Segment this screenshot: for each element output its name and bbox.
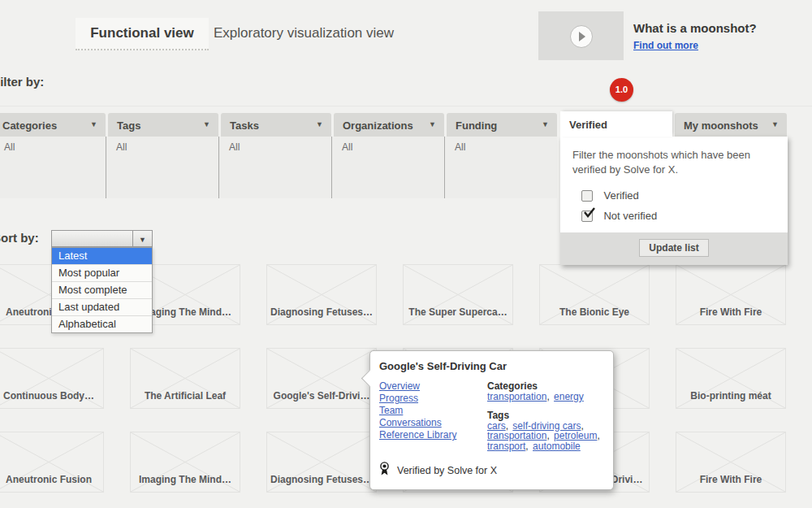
moonshot-card[interactable]: Diagnosing Fetuses… bbox=[266, 432, 377, 493]
chevron-down-icon: ▼ bbox=[542, 113, 549, 137]
card-title: Google's Self-Drivi… bbox=[267, 390, 376, 402]
tooltip-nav-links: Overview Progress Team Conversations Ref… bbox=[379, 380, 487, 451]
checkbox-label: Verified bbox=[603, 189, 638, 202]
chevron-down-icon: ▼ bbox=[316, 113, 323, 137]
filter-header-funding[interactable]: Funding ▼ bbox=[447, 113, 557, 137]
sort-by-label: Sort by: bbox=[0, 231, 39, 245]
moonshot-card[interactable]: Imaging The Mind… bbox=[130, 432, 240, 493]
sort-option-latest[interactable]: Latest bbox=[52, 248, 152, 264]
filter-header-label: Funding bbox=[447, 119, 497, 132]
checkbox-unchecked-icon[interactable] bbox=[581, 190, 593, 202]
moonshot-card[interactable]: Fire With Fire bbox=[676, 264, 786, 325]
sort-dropdown-list: Latest Most popular Most complete Last u… bbox=[51, 247, 153, 333]
chevron-down-icon: ▼ bbox=[203, 113, 210, 137]
tooltip-tags-heading: Tags bbox=[487, 410, 604, 421]
chevron-down-icon: ▼ bbox=[429, 113, 436, 137]
card-title: The Artificial Leaf bbox=[131, 390, 240, 402]
card-title: Diagnosing Fetuses… bbox=[267, 306, 376, 318]
filter-option-all-categories[interactable]: All bbox=[4, 141, 15, 153]
filter-option-all-tags[interactable]: All bbox=[116, 141, 127, 153]
separator: , bbox=[525, 441, 528, 452]
filter-option-all-funding[interactable]: All bbox=[455, 141, 465, 153]
filter-header-categories[interactable]: Categories ▼ bbox=[0, 113, 106, 137]
moonshot-tooltip: Google's Self-Driving Car Overview Progr… bbox=[369, 350, 614, 490]
play-icon[interactable] bbox=[570, 25, 593, 48]
filter-header-label: Tasks bbox=[221, 119, 259, 132]
tooltip-link-overview[interactable]: Overview bbox=[379, 380, 487, 393]
verified-panel-description: Filter the moonshots which have been ver… bbox=[560, 137, 788, 184]
moonshot-card[interactable]: Aneutronic Fusion bbox=[0, 432, 104, 493]
version-badge: 1.0 bbox=[610, 78, 633, 102]
card-title: Fire With Fire bbox=[676, 474, 785, 485]
card-title: Bio-printing méat bbox=[676, 390, 785, 402]
moonshot-card[interactable]: Fire With Fire bbox=[676, 432, 786, 493]
moonshot-card[interactable]: Bio-printing méat bbox=[676, 348, 786, 409]
card-title: Continuous Body… bbox=[0, 390, 103, 402]
update-list-button[interactable]: Update list bbox=[639, 239, 708, 257]
moonshot-card[interactable]: The Super Superca… bbox=[403, 264, 513, 325]
tag-link[interactable]: transport bbox=[487, 441, 525, 452]
moonshot-card[interactable]: Continuous Body… bbox=[0, 348, 104, 409]
separator: , bbox=[546, 391, 549, 402]
moonshot-card[interactable]: The Artificial Leaf bbox=[130, 348, 240, 409]
tooltip-link-reference-library[interactable]: Reference Library bbox=[379, 429, 487, 441]
award-ribbon-icon bbox=[379, 462, 390, 480]
separator: , bbox=[597, 430, 599, 441]
find-out-more-link[interactable]: Find out more bbox=[633, 40, 698, 51]
card-title: Aneutronic Fusion bbox=[0, 474, 103, 485]
column-divider bbox=[218, 137, 219, 198]
card-title: Diagnosing Fetuses… bbox=[267, 474, 376, 485]
moonshot-card[interactable]: Diagnosing Fetuses… bbox=[266, 264, 377, 325]
filter-header-tasks[interactable]: Tasks ▼ bbox=[221, 113, 331, 137]
sort-option-last-updated[interactable]: Last updated bbox=[52, 298, 152, 315]
column-divider bbox=[106, 137, 106, 198]
sort-option-most-popular[interactable]: Most popular bbox=[52, 264, 152, 281]
filter-header-label: Tags bbox=[108, 119, 140, 132]
tooltip-link-progress[interactable]: Progress bbox=[379, 393, 487, 405]
tooltip-link-conversations[interactable]: Conversations bbox=[379, 417, 487, 429]
filter-header-label: Categories bbox=[0, 119, 57, 132]
moonshot-promo-title: What is a moonshot? bbox=[633, 21, 757, 35]
sort-option-most-complete[interactable]: Most complete bbox=[52, 281, 152, 298]
filter-option-all-organizations[interactable]: All bbox=[342, 141, 352, 153]
tag-link[interactable]: automobile bbox=[533, 441, 581, 452]
category-link[interactable]: energy bbox=[554, 391, 584, 402]
filter-header-label: Organizations bbox=[334, 119, 413, 132]
filter-options-panel: All All All All All bbox=[0, 137, 557, 198]
sort-select-arrow-button[interactable]: ▼ bbox=[132, 231, 152, 246]
card-title: Imaging The Mind… bbox=[131, 474, 240, 485]
sort-option-alphabetical[interactable]: Alphabetical bbox=[52, 315, 152, 332]
card-title: Fire With Fire bbox=[676, 306, 785, 318]
tab-verified[interactable]: Verified bbox=[560, 111, 672, 137]
column-divider bbox=[331, 137, 332, 198]
moonshot-card[interactable]: The Bionic Eye bbox=[539, 264, 650, 325]
column-divider bbox=[444, 137, 445, 198]
card-title: The Bionic Eye bbox=[540, 306, 649, 318]
moonshot-video-thumbnail[interactable] bbox=[538, 11, 624, 60]
tab-exploratory-view[interactable]: Exploratory visualization view bbox=[210, 18, 397, 49]
section-divider bbox=[0, 106, 812, 106]
tab-functional-view[interactable]: Functional view bbox=[76, 18, 209, 50]
checkbox-not-verified[interactable]: Not verified bbox=[581, 208, 788, 223]
chevron-down-icon: ▼ bbox=[139, 236, 146, 244]
sort-select[interactable]: ▼ bbox=[51, 230, 153, 247]
filter-header-organizations[interactable]: Organizations ▼ bbox=[334, 113, 444, 137]
checkbox-checked-icon[interactable] bbox=[581, 211, 593, 222]
checkbox-label: Not verified bbox=[603, 210, 657, 222]
checkbox-verified[interactable]: Verified bbox=[581, 188, 788, 202]
tooltip-title: Google's Self-Driving Car bbox=[379, 360, 604, 372]
verified-filter-panel: Verified Filter the moonshots which have… bbox=[560, 111, 788, 265]
filter-option-all-tasks[interactable]: All bbox=[229, 141, 240, 153]
category-link[interactable]: transportation bbox=[487, 391, 546, 402]
tooltip-link-team[interactable]: Team bbox=[379, 405, 487, 417]
filter-by-label: Filter by: bbox=[0, 75, 44, 89]
verified-panel-footer: Update list bbox=[560, 232, 788, 265]
moonshot-card[interactable]: Google's Self-Drivi… bbox=[266, 348, 377, 409]
verified-note: Verified by Solve for X bbox=[397, 465, 497, 476]
card-title: The Super Superca… bbox=[404, 306, 512, 318]
tooltip-categories-heading: Categories bbox=[487, 380, 604, 392]
chevron-down-icon: ▼ bbox=[90, 113, 97, 137]
filter-header-tags[interactable]: Tags ▼ bbox=[108, 113, 218, 137]
